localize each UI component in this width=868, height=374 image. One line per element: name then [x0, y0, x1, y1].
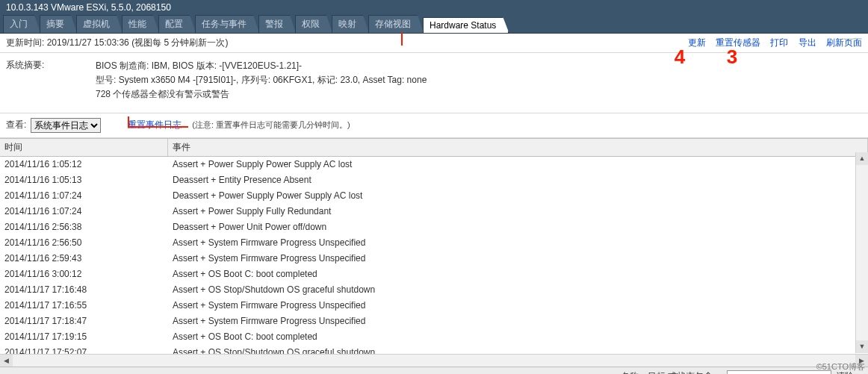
cell-event: Assert + System Firmware Progress Unspec…	[173, 315, 864, 328]
cell-event: Assert + System Firmware Progress Unspec…	[173, 299, 864, 312]
refresh-page-link[interactable]: 刷新页面	[826, 37, 862, 48]
tab-4[interactable]: 配置	[158, 15, 196, 33]
update-time: 更新时间: 2019/11/27 15:03:36 (视图每 5 分钟刷新一次)	[6, 37, 228, 49]
tab-2[interactable]: 虚拟机	[76, 15, 123, 33]
cell-time: 2014/11/16 1:07:24	[4, 205, 173, 218]
cell-event: Deassert + Power Unit Power off/down	[173, 221, 864, 234]
tab-3[interactable]: 性能	[122, 15, 159, 33]
cell-event: Deassert + Entity Presence Absent	[173, 174, 864, 187]
view-label: 查看:	[6, 119, 26, 131]
cell-time: 2014/11/16 2:56:50	[4, 237, 173, 249]
cell-event: Assert + Power Supply Fully Redundant	[173, 205, 864, 218]
summary-label: 系统摘要:	[6, 59, 96, 102]
reset-note: (注意: 重置事件日志可能需要几分钟时间。)	[192, 119, 350, 131]
export-link[interactable]: 导出	[799, 37, 816, 48]
cell-event: Assert + Power Supply Power Supply AC lo…	[173, 158, 864, 171]
table-row[interactable]: 2014/11/17 17:16:55Assert + System Firmw…	[0, 298, 868, 314]
cell-event: Assert + OS Stop/Shutdown OS graceful sh…	[173, 284, 864, 296]
cell-time: 2014/11/17 17:16:55	[4, 299, 173, 312]
tab-5[interactable]: 任务与事件	[195, 15, 259, 33]
window-title: 10.0.3.143 VMware ESXi, 5.5.0, 2068150	[0, 0, 868, 15]
cell-time: 2014/11/16 2:56:38	[4, 221, 173, 234]
table-row[interactable]: 2014/11/16 1:05:13Deassert + Entity Pres…	[0, 172, 868, 188]
action-links: 更新 重置传感器 打印 导出 刷新页面 4 3	[681, 37, 862, 49]
tab-6[interactable]: 警报	[258, 15, 296, 33]
cell-event: Deassert + Power Supply Power Supply AC …	[173, 190, 864, 202]
vertical-scrollbar[interactable]: ▲ ▼	[855, 152, 868, 353]
reset-log-link[interactable]: 重置事件日志	[128, 119, 182, 131]
cell-event: Assert + OS Stop/Shutdown OS graceful sh…	[173, 346, 864, 354]
table-row[interactable]: 2014/11/16 1:07:24Deassert + Power Suppl…	[0, 188, 868, 204]
scroll-left-icon[interactable]: ◀	[0, 355, 13, 367]
table-row[interactable]: 2014/11/17 17:16:48Assert + OS Stop/Shut…	[0, 282, 868, 298]
tab-0[interactable]: 入门	[3, 15, 40, 33]
table-row[interactable]: 2014/11/16 2:56:50Assert + System Firmwa…	[0, 235, 868, 251]
print-link[interactable]: 打印	[770, 37, 788, 48]
tab-9[interactable]: 存储视图	[368, 15, 424, 33]
refresh-link[interactable]: 更新	[688, 37, 706, 48]
table-row[interactable]: 2014/11/17 17:19:15Assert + OS Boot C: b…	[0, 329, 868, 345]
filter-label: 名称、目标 或状态包含: ▾	[621, 370, 722, 374]
view-select[interactable]: 系统事件日志	[31, 118, 101, 133]
tab-10[interactable]: Hardware Status	[423, 17, 509, 33]
summary-body: BIOS 制造商: IBM, BIOS 版本: -[VVE120EUS-1.21…	[96, 59, 862, 102]
table-row[interactable]: 2014/11/16 2:56:38Deassert + Power Unit …	[0, 219, 868, 235]
reset-sensors-link[interactable]: 重置传感器	[716, 37, 760, 48]
cell-time: 2014/11/16 1:05:13	[4, 174, 173, 187]
cell-time: 2014/11/16 2:59:43	[4, 252, 173, 265]
cell-event: Assert + System Firmware Progress Unspec…	[173, 252, 864, 265]
cell-event: Assert + OS Boot C: boot completed	[173, 268, 864, 281]
col-header-time[interactable]: 时间	[0, 139, 168, 156]
watermark: ©51CTO博客	[816, 361, 865, 373]
table-row[interactable]: 2014/11/16 1:05:12Assert + Power Supply …	[0, 157, 868, 172]
horizontal-scrollbar[interactable]: ◀ ▶	[0, 354, 868, 367]
status-bar: 名称、目标 或状态包含: ▾ 清除 ▾	[0, 367, 868, 374]
cell-time: 2014/11/17 17:16:48	[4, 284, 173, 296]
cell-time: 2014/11/16 1:05:12	[4, 158, 173, 171]
scroll-down-icon[interactable]: ▼	[856, 340, 868, 353]
col-header-event[interactable]: 事件	[168, 139, 868, 156]
cell-time: 2014/11/16 1:07:24	[4, 190, 173, 202]
cell-time: 2014/11/16 3:00:12	[4, 268, 173, 281]
table-row[interactable]: 2014/11/16 3:00:12Assert + OS Boot C: bo…	[0, 267, 868, 282]
tab-7[interactable]: 权限	[295, 15, 332, 33]
scroll-up-icon[interactable]: ▲	[856, 152, 868, 165]
event-log-table: 时间 事件 2014/11/16 1:05:12Assert + Power S…	[0, 138, 868, 367]
cell-time: 2014/11/17 17:19:15	[4, 331, 173, 343]
tab-8[interactable]: 映射	[332, 15, 369, 33]
tab-strip: 入门摘要虚拟机性能配置任务与事件警报权限映射存储视图Hardware Statu…	[0, 15, 868, 34]
table-row[interactable]: 2014/11/17 17:52:07Assert + OS Stop/Shut…	[0, 345, 868, 354]
table-row[interactable]: 2014/11/16 1:07:24Assert + Power Supply …	[0, 204, 868, 219]
table-row[interactable]: 2014/11/17 17:18:47Assert + System Firmw…	[0, 314, 868, 329]
cell-time: 2014/11/17 17:18:47	[4, 315, 173, 328]
tab-1[interactable]: 摘要	[40, 15, 77, 33]
table-row[interactable]: 2014/11/16 2:59:43Assert + System Firmwa…	[0, 251, 868, 267]
cell-event: Assert + OS Boot C: boot completed	[173, 331, 864, 343]
cell-event: Assert + System Firmware Progress Unspec…	[173, 237, 864, 249]
cell-time: 2014/11/17 17:52:07	[4, 346, 173, 354]
